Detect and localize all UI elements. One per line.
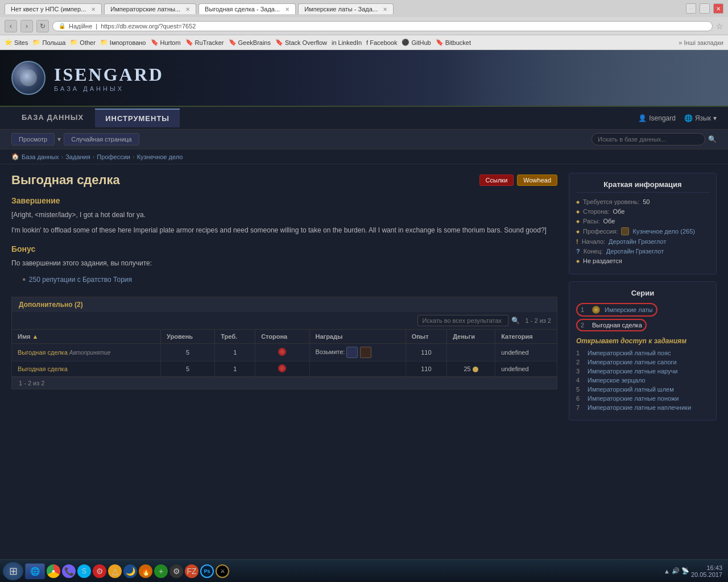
table-search-icon[interactable]: 🔍 <box>511 317 520 325</box>
unlock-link-7[interactable]: Императорские латные наплечники <box>588 404 691 411</box>
nav-tab-tools[interactable]: ИНСТРУМЕНТЫ <box>95 109 180 127</box>
breadcrumb-blacksmithing[interactable]: Кузнечное дело <box>137 153 183 160</box>
address-bar[interactable]: 🔒 Надійне | https://db.ezwow.org/?quest=… <box>52 21 713 31</box>
info-end[interactable]: Деротайн Грязеглот <box>606 248 664 255</box>
breadcrumb-quests[interactable]: Задания <box>65 153 90 160</box>
links-button[interactable]: Ссылки <box>479 174 514 186</box>
bookmark-import[interactable]: 📁 Імпортовано <box>100 39 146 46</box>
header-logo: ISENGARD БАЗА ДАННЫХ <box>0 61 164 95</box>
series-name-1[interactable]: Имперские латы <box>605 306 653 313</box>
sub-nav-left: Просмотр ▾ Случайная страница <box>11 133 139 146</box>
row2-req: 1 <box>215 361 255 376</box>
breadcrumb-db[interactable]: База данных <box>22 153 59 160</box>
row1-rewards: Возьмите: <box>309 343 406 361</box>
row1-xp: 110 <box>406 343 446 361</box>
tab-3[interactable]: Выгодная сделка - Задa... ✕ <box>198 3 296 14</box>
other-bookmarks[interactable]: » Інші закладки <box>679 39 723 46</box>
unlock-link-4[interactable]: Имперское зерцало <box>588 377 646 384</box>
browse-button[interactable]: Просмотр <box>11 133 55 146</box>
content-wrapper: Выгодная сделка Ссылки Wowhead Завершени… <box>0 164 728 436</box>
info-start[interactable]: Деротайн Грязеглот <box>609 238 666 245</box>
page-title: Выгодная сделка <box>11 173 120 188</box>
row2-level: 5 <box>161 361 215 376</box>
table-row: Выгодная сделка Автопринятие 5 1 Возьмит… <box>12 343 557 361</box>
row2-rewards <box>309 361 406 376</box>
user-icon: 👤 <box>638 114 647 122</box>
tab-2[interactable]: Императорские латны... ✕ <box>104 3 196 14</box>
bookmark-star[interactable]: ☆ <box>716 22 723 31</box>
unlock-link-2[interactable]: Императорские латные сапоги <box>588 359 677 365</box>
tab-close-3[interactable]: ✕ <box>285 6 289 13</box>
random-page-button[interactable]: Случайная страница <box>64 133 139 146</box>
tab-4[interactable]: Имперские латы - Зада... ✕ <box>298 3 394 14</box>
bonus-link[interactable]: 250 репутации с Братство Тория <box>29 276 132 284</box>
info-dot-5: ◆ <box>576 259 580 264</box>
site-header: ISENGARD БАЗА ДАННЫХ <box>0 50 728 107</box>
col-category: Категория <box>495 329 557 343</box>
unlock-link-1[interactable]: Императорский латный пояс <box>588 350 671 356</box>
close-button[interactable]: ✕ <box>713 3 723 14</box>
unlock-link-6[interactable]: Императорские латные поножи <box>588 395 679 402</box>
table-controls: 🔍 1 - 2 из 2 <box>11 312 557 329</box>
search-icon[interactable]: 🔍 <box>708 135 717 143</box>
coin-icon <box>473 367 478 372</box>
info-level-row: ◆ Требуется уровень: 50 <box>576 198 709 205</box>
site-label: Надійне <box>69 23 92 30</box>
unlock-1: 1 Императорский латный пояс <box>576 350 709 356</box>
row2-money: 25 <box>447 361 495 376</box>
table-search-input[interactable] <box>417 315 508 326</box>
series-item-1: 1 Имперские латы <box>581 306 653 314</box>
bookmark-rutracker[interactable]: 🔖 RuTracker <box>185 39 224 46</box>
main-search-input[interactable] <box>592 133 705 146</box>
bookmark-stackoverflow[interactable]: 🔖 Stack Overflow <box>275 39 327 46</box>
lang-button[interactable]: 🌐 Язык ▾ <box>684 114 717 122</box>
row1-category: undefined <box>495 343 557 361</box>
info-end-row: ? Конец: Деротайн Грязеглот <box>576 248 709 255</box>
nav-tab-db[interactable]: БАЗА ДАННЫХ <box>11 109 94 127</box>
bookmark-github[interactable]: ⚫ GitHub <box>402 39 431 46</box>
bookmark-hurtom[interactable]: 🔖 Hurtom <box>151 39 181 46</box>
minimize-button[interactable]: ─ <box>686 3 696 14</box>
row2-category: undefined <box>495 361 557 376</box>
logo-sphere-inner <box>20 69 37 86</box>
info-side-row: ◆ Сторона: Обе <box>576 208 709 215</box>
bookmark-other[interactable]: 📁 Other <box>70 39 96 46</box>
tab-close-1[interactable]: ✕ <box>91 6 96 13</box>
profession-icon <box>621 227 629 235</box>
tab-close-2[interactable]: ✕ <box>185 6 190 13</box>
forward-button[interactable]: › <box>20 20 33 32</box>
unlock-2: 2 Императорские латные сапоги <box>576 359 709 365</box>
bookmark-sites[interactable]: ⭐ Sites <box>5 39 28 46</box>
bookmark-linkedin[interactable]: in LinkedIn <box>332 39 362 46</box>
additional-title: Дополнительно (2) <box>19 301 83 309</box>
row1-name: Выгодная сделка Автопринятие <box>12 343 161 361</box>
col-side: Сторона <box>255 329 309 343</box>
faction-dot-1 <box>278 348 286 356</box>
maximize-button[interactable]: □ <box>700 3 710 14</box>
info-profession[interactable]: Кузнечное дело (265) <box>632 228 694 235</box>
back-button[interactable]: ‹ <box>5 20 17 32</box>
bookmark-polska[interactable]: 📁 Польша <box>32 39 65 46</box>
info-side: Обе <box>613 208 624 215</box>
row2-name-link[interactable]: Выгодная сделка <box>18 365 68 372</box>
wowhead-button[interactable]: Wowhead <box>517 174 557 186</box>
unlock-link-5[interactable]: Императорский латный шлем <box>588 386 674 393</box>
tab-1[interactable]: Нет квест у НПС (импер... ✕ <box>5 3 102 14</box>
sort-icon[interactable]: ▲ <box>32 333 39 340</box>
unlock-7: 7 Императорские латные наплечники <box>576 404 709 411</box>
breadcrumb-professions[interactable]: Профессии <box>97 153 130 160</box>
bookmark-bitbucket[interactable]: 🔖 Bitbucket <box>436 39 471 46</box>
bookmark-geekbrains[interactable]: 🔖 GeekBrains <box>229 39 271 46</box>
unlock-link-3[interactable]: Императорские латные наручи <box>588 368 677 375</box>
series-name-2: Выгодная сделка <box>592 322 642 329</box>
bookmark-facebook[interactable]: f Facebook <box>366 39 397 46</box>
address-text: | <box>96 23 97 30</box>
series-highlight-circle-2: 2 Выгодная сделка <box>576 319 647 331</box>
row1-name-link[interactable]: Выгодная сделка <box>18 349 68 356</box>
refresh-button[interactable]: ↻ <box>36 20 49 32</box>
info-prof-row: ◆ Профессия: Кузнечное дело (265) <box>576 227 709 235</box>
series-highlight-circle: 1 Имперские латы <box>576 303 657 317</box>
globe-icon: 🌐 <box>684 114 693 122</box>
user-link[interactable]: 👤 Isengard <box>638 114 676 122</box>
tab-close-4[interactable]: ✕ <box>383 6 387 13</box>
